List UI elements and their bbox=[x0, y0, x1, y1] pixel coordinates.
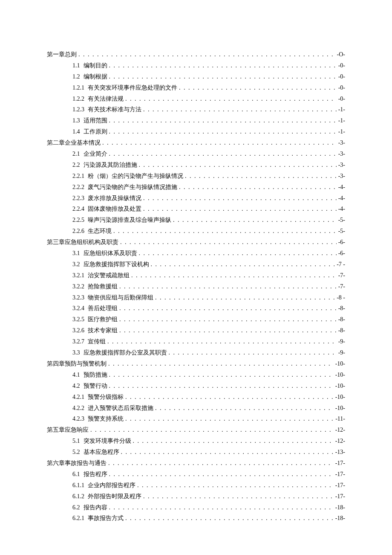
toc-entry-page: -10- bbox=[335, 392, 345, 403]
toc-leader-dots bbox=[124, 513, 335, 524]
toc-entry: 3.1应急组织体系及职责-6- bbox=[47, 248, 345, 259]
toc-entry-page: -10- bbox=[335, 358, 345, 369]
toc-leader-dots bbox=[131, 436, 335, 447]
toc-leader-dots bbox=[141, 193, 338, 204]
toc-entry-page: -7- bbox=[338, 270, 345, 281]
toc-leader-dots bbox=[167, 347, 338, 358]
toc-entry-title: 预警分级指标 bbox=[88, 392, 124, 403]
toc-entry: 6.1.2外部报告时限及程序-17- bbox=[47, 491, 345, 502]
toc-leader-dots bbox=[130, 270, 338, 281]
toc-entry: 6.1.1企业内部报告程序-17- bbox=[47, 480, 345, 491]
toc-entry-title: 第三章应急组织机构及职责 bbox=[47, 237, 118, 248]
toc-entry-title: 第二章企业基本情况 bbox=[47, 137, 101, 148]
toc-entry: 4.1预防措施-10- bbox=[47, 369, 345, 381]
toc-leader-dots bbox=[118, 325, 338, 336]
toc-leader-dots bbox=[119, 447, 335, 458]
toc-entry-title: 有关法律法规 bbox=[88, 93, 124, 105]
toc-entry-number: 1.2.3 bbox=[72, 104, 88, 115]
toc-entry-number: 3.2.6 bbox=[72, 325, 88, 336]
toc-entry-number: 4.2.1 bbox=[72, 392, 88, 403]
toc-entry-number: 4.2.3 bbox=[72, 413, 88, 424]
toc-entry-page: -O- bbox=[337, 49, 345, 60]
toc-leader-dots bbox=[118, 314, 338, 325]
toc-entry-number: 1.2.1 bbox=[72, 82, 88, 93]
toc-entry-number: 2.2.2 bbox=[72, 182, 88, 193]
toc-leader-dots bbox=[177, 82, 338, 93]
toc-entry-number: 2.2.5 bbox=[72, 215, 88, 226]
toc-entry-title: 报告程序 bbox=[84, 469, 107, 480]
toc-entry-number: 4.2 bbox=[72, 381, 84, 392]
toc-entry-title: 抢险救援组 bbox=[88, 281, 118, 292]
toc-entry-number: 2.2.1 bbox=[72, 171, 88, 182]
toc-entry-number: 4.1 bbox=[72, 369, 84, 381]
toc-entry-page: -17- bbox=[335, 491, 345, 502]
toc-entry-page: -0- bbox=[338, 93, 345, 105]
toc-entry-title: 第六章事故报告与通告 bbox=[47, 458, 107, 469]
toc-entry-number: 2.1 bbox=[72, 148, 84, 160]
toc-entry-title: 第五章应急响应 bbox=[47, 424, 89, 436]
toc-entry: 1.2编制根据-0- bbox=[47, 71, 345, 82]
toc-entry-number: 1.2.2 bbox=[72, 93, 88, 105]
toc-entry-page: -9- bbox=[338, 347, 345, 358]
toc-entry-title: 工作原则 bbox=[84, 126, 107, 137]
toc-entry-number: 1.1 bbox=[72, 60, 84, 71]
toc-entry-number: 5.2 bbox=[72, 447, 84, 458]
toc-entry-number: 1.2 bbox=[72, 71, 84, 82]
toc-leader-dots bbox=[141, 104, 338, 115]
toc-entry: 4.2预警行动-10- bbox=[47, 381, 345, 392]
toc-leader-dots bbox=[107, 369, 335, 381]
toc-entry-page: -12- bbox=[335, 424, 345, 436]
toc-entry-page: -6- bbox=[338, 237, 345, 248]
toc-entry-page: -1- bbox=[338, 104, 345, 115]
toc-entry-number: 6.2 bbox=[72, 502, 84, 513]
toc-entry-title: 有关技术标准与方法 bbox=[88, 104, 141, 115]
toc-entry: 1.2.3有关技术标准与方法-1- bbox=[47, 104, 345, 115]
toc-entry-title: 应急救援指挥部下设机构 bbox=[84, 259, 149, 270]
toc-entry: 第五章应急响应-12- bbox=[47, 424, 345, 436]
toc-entry: 2.1企业简介-3- bbox=[47, 148, 345, 160]
toc-entry-title: 基本应急程序 bbox=[84, 447, 119, 458]
toc-leader-dots bbox=[124, 413, 335, 424]
toc-entry: 3.2.2抢险救援组-7- bbox=[47, 281, 345, 292]
toc-entry-page: -8- bbox=[338, 303, 345, 314]
toc-leader-dots bbox=[118, 237, 338, 248]
toc-entry-title: 物资供应组与后勤保障组 bbox=[88, 292, 153, 303]
toc-leader-dots bbox=[107, 148, 338, 160]
toc-entry-number: 4.2.2 bbox=[72, 403, 88, 414]
toc-entry-title: 废气污染物的产生与操纵情况措施 bbox=[88, 182, 177, 193]
toc-entry: 4.2.1预警分级指标-10- bbox=[47, 392, 345, 403]
toc-entry-number: 3.2.3 bbox=[72, 292, 88, 303]
toc-entry: 第四章预防与预警机制-10- bbox=[47, 358, 345, 369]
toc-entry-page: -5- bbox=[338, 226, 345, 237]
toc-entry-number: 1.4 bbox=[72, 126, 84, 137]
toc-entry-number: 3.1 bbox=[72, 248, 84, 259]
toc-entry-page: -18- bbox=[335, 502, 345, 513]
toc-entry-number: 3.2.2 bbox=[72, 281, 88, 292]
toc-entry: 1.1编制目的-0- bbox=[47, 60, 345, 71]
toc-entry-page: -6- bbox=[338, 248, 345, 259]
toc-leader-dots bbox=[137, 248, 338, 259]
toc-entry-title: 报告内容 bbox=[84, 502, 107, 513]
toc-leader-dots bbox=[107, 358, 335, 369]
toc-leader-dots bbox=[124, 93, 338, 105]
toc-leader-dots bbox=[101, 137, 338, 148]
toc-entry-page: -7- bbox=[338, 281, 345, 292]
toc-entry: 第六章事故报告与通告-17- bbox=[47, 458, 345, 469]
toc-entry-title: 企业简介 bbox=[84, 148, 107, 160]
toc-entry-title: 技术专家组 bbox=[88, 325, 118, 336]
toc-entry-number: 3.3 bbox=[72, 347, 84, 358]
toc-entry-page: -11- bbox=[335, 413, 345, 424]
toc-entry-number: 2.2.3 bbox=[72, 193, 88, 204]
toc-entry-title: 医疗救护组 bbox=[88, 314, 118, 325]
toc-leader-dots bbox=[118, 303, 338, 314]
toc-entry: 3.2.5医疗救护组-8- bbox=[47, 314, 345, 325]
toc-entry: 第三章应急组织机构及职责-6- bbox=[47, 237, 345, 248]
toc-leader-dots bbox=[107, 469, 335, 480]
toc-entry-title: 宣传组 bbox=[88, 336, 106, 347]
toc-entry-title: 噪声污染源排查及综合噪声操纵 bbox=[88, 215, 171, 226]
toc-entry-page: -1- bbox=[338, 115, 345, 126]
toc-entry-page: -0- bbox=[338, 71, 345, 82]
toc-entry-number: 2.2 bbox=[72, 160, 84, 171]
toc-leader-dots bbox=[141, 491, 335, 502]
toc-leader-dots bbox=[171, 215, 338, 226]
